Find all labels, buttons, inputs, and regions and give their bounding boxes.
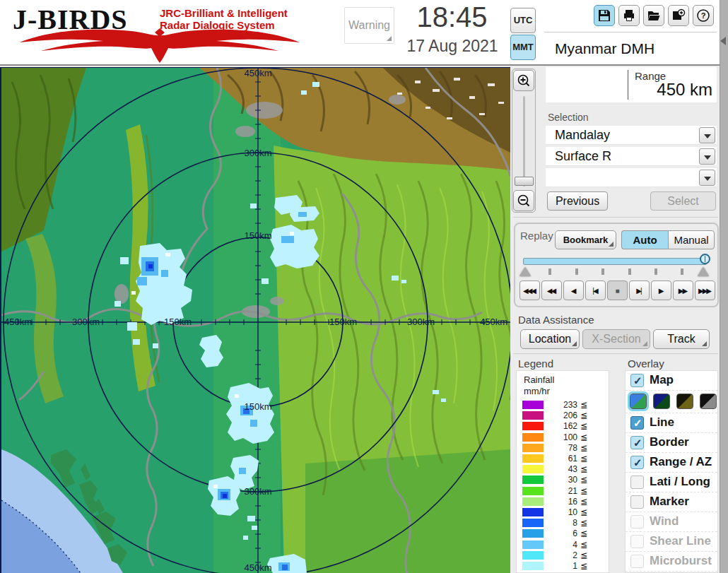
overlay-item-lati-long[interactable]: Lati / Long <box>626 473 717 492</box>
radar-map[interactable]: 450km 300km 150km 150km 300km 450km 450k… <box>0 67 510 573</box>
overlay-label: Overlay <box>628 358 664 370</box>
chevron-down-icon <box>704 177 711 181</box>
overlay-item-border[interactable]: Border <box>626 433 717 453</box>
help-icon: ? <box>696 8 710 23</box>
help-button[interactable]: ? <box>693 5 714 26</box>
legend-color-swatch <box>522 401 544 409</box>
manual-mode-button[interactable]: Manual <box>668 230 715 249</box>
svg-text:300km: 300km <box>72 317 100 327</box>
map-style-olive[interactable] <box>676 394 693 409</box>
save-button[interactable] <box>594 5 615 26</box>
site-dropdown[interactable]: Mandalay <box>546 126 717 145</box>
legend-value: 4 <box>546 540 577 550</box>
dropdown-button[interactable] <box>699 148 715 165</box>
select-button[interactable]: Select <box>650 191 716 211</box>
less-equal-symbol: ≦ <box>580 528 587 538</box>
checkbox <box>630 515 644 528</box>
legend-color-swatch <box>522 422 544 430</box>
less-equal-symbol: ≦ <box>580 475 587 485</box>
corner-triangle-icon <box>387 36 392 41</box>
svg-text:150km: 150km <box>244 401 271 412</box>
auto-mode-button[interactable]: Auto <box>621 230 668 249</box>
step-forward-button[interactable]: ▶| <box>629 280 650 300</box>
map-style-terrain[interactable] <box>630 394 647 409</box>
logo-title: J-BIRDS <box>13 3 128 36</box>
checkbox[interactable] <box>630 436 644 449</box>
map-style-gray[interactable] <box>700 394 717 409</box>
stop-button[interactable]: ■ <box>607 280 628 300</box>
location-button[interactable]: Location <box>520 329 580 349</box>
station-name-field: Myanmar DMH <box>546 35 717 62</box>
checkbox <box>630 535 644 548</box>
warning-button[interactable]: Warning <box>344 7 394 44</box>
svg-text:450km: 450km <box>480 317 507 327</box>
map-style-dark[interactable] <box>653 394 670 409</box>
zoom-slider-handle[interactable] <box>515 177 534 186</box>
slider-tick <box>575 268 578 275</box>
slider-tick <box>548 268 551 275</box>
rewind-fast-button[interactable]: ◀◀◀ <box>519 280 540 300</box>
svg-text:150km: 150km <box>244 230 271 241</box>
zoom-in-button[interactable] <box>513 70 534 91</box>
legend-color-swatch <box>522 562 544 570</box>
legend-row: 8≦ <box>517 518 610 528</box>
play-button[interactable]: ▶ <box>651 280 671 300</box>
legend-value: 16 <box>546 497 577 507</box>
overlay-item-map[interactable]: Map <box>626 371 717 391</box>
dropdown-button[interactable] <box>699 170 715 186</box>
overlay-item-range-az[interactable]: Range / AZ <box>626 453 717 473</box>
rewind-button[interactable]: ◀◀ <box>541 280 562 300</box>
checkbox[interactable] <box>630 416 644 430</box>
slider-end-marker[interactable] <box>698 267 709 276</box>
replay-slider-track[interactable] <box>523 258 707 265</box>
jbirds-logo: J-BIRDS JRC-Brilliant & Intelligent Rada… <box>6 1 310 64</box>
svg-text:150km: 150km <box>329 317 357 327</box>
xsection-button[interactable]: X-Section <box>582 329 650 349</box>
map-zoom-widget <box>512 69 536 213</box>
overlay-item-line[interactable]: Line <box>626 413 717 433</box>
chevron-down-icon <box>704 134 711 138</box>
legend-value: 30 <box>546 475 577 485</box>
svg-text:450km: 450km <box>4 317 32 327</box>
corner-triangle-icon <box>609 242 613 247</box>
divider <box>513 217 718 218</box>
replay-slider-handle[interactable] <box>700 254 710 264</box>
replay-group: Replay Bookmark Auto Manual ◀◀◀ ◀◀ ◀ |◀ … <box>514 223 719 307</box>
utc-button[interactable]: UTC <box>510 8 536 33</box>
less-equal-symbol: ≦ <box>580 507 587 517</box>
add-image-button[interactable] <box>668 5 689 26</box>
corner-triangle-icon <box>572 341 577 346</box>
product-dropdown[interactable]: Surface R <box>546 147 717 166</box>
slider-start-marker[interactable] <box>519 267 531 276</box>
mmt-button[interactable]: MMT <box>510 35 536 60</box>
previous-button[interactable]: Previous <box>547 191 608 211</box>
open-folder-button[interactable] <box>643 5 664 26</box>
play-reverse-button[interactable]: ◀ <box>563 280 584 300</box>
forward-button[interactable]: ▶▶ <box>673 280 693 300</box>
overlay-item-marker[interactable]: Marker <box>626 492 717 512</box>
divider <box>513 353 718 354</box>
map-style-swatches <box>626 391 717 413</box>
track-button[interactable]: Track <box>653 329 710 349</box>
divider <box>544 32 717 33</box>
legend-color-swatch <box>522 540 544 549</box>
panel-collapse-strip[interactable] <box>720 0 728 573</box>
checkbox[interactable] <box>630 475 644 489</box>
legend-row: 206≦ <box>517 410 610 421</box>
dropdown-button[interactable] <box>699 127 715 143</box>
bookmark-button[interactable]: Bookmark <box>555 230 616 249</box>
checkbox[interactable] <box>630 456 644 469</box>
legend-color-swatch <box>522 475 544 484</box>
checkbox[interactable] <box>630 495 644 509</box>
checkbox[interactable] <box>630 374 644 387</box>
print-button[interactable] <box>618 5 640 26</box>
step-back-button[interactable]: |◀ <box>585 280 606 300</box>
forward-fast-button[interactable]: ▶▶▶ <box>695 280 715 300</box>
option-dropdown[interactable] <box>546 168 717 187</box>
selection-label: Selection <box>548 112 589 123</box>
zoom-slider-track[interactable] <box>523 96 525 187</box>
zoom-out-button[interactable] <box>513 190 534 211</box>
legend-value: 10 <box>546 507 577 517</box>
logo-subtitle-line1: JRC-Brilliant & Intelligent <box>160 7 288 19</box>
svg-text:300km: 300km <box>244 148 271 158</box>
